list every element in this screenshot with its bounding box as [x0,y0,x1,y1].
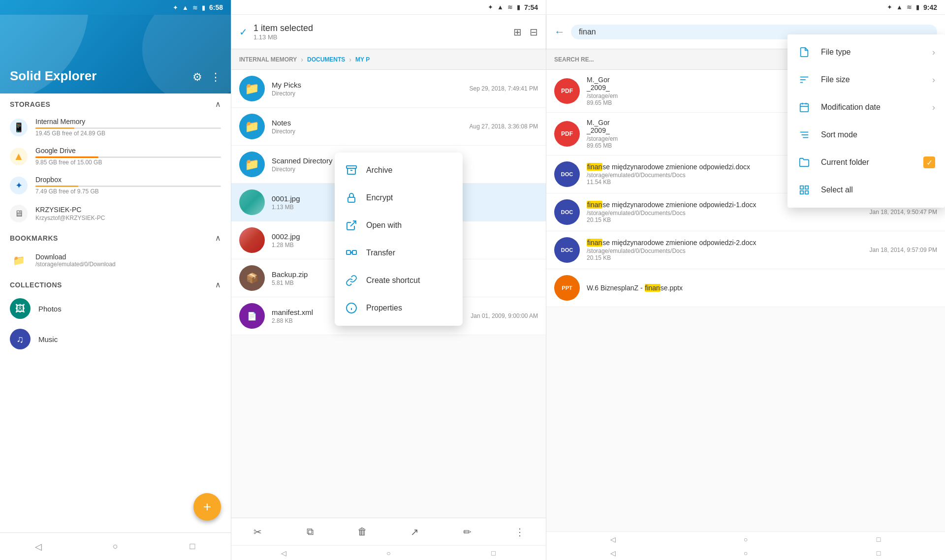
breadcrumb-sep-2: › [349,56,351,63]
filetype-icon [797,45,811,59]
bookmark-download[interactable]: 📁 Download /storage/emulated/0/Download [0,247,231,274]
shortcut-icon [345,274,358,287]
left-nav-recents[interactable]: □ [178,537,207,557]
dropdown-filesize[interactable]: File size › [788,66,945,93]
file-item-mypicks[interactable]: 📁 My Picks Directory Sep 29, 2018, 7:49:… [231,70,546,108]
file-toolbar: ✓ 1 item selected 1.13 MB ⊞ ⊟ [231,15,546,49]
sortmode-icon [797,128,811,142]
context-shortcut[interactable]: Create shortcut [335,267,463,294]
notes-date: Aug 27, 2018, 3:36:08 PM [470,123,538,130]
search-item-doc3[interactable]: DOC finanse międzynarodowe zmienione odp… [546,231,945,269]
sortmode-label: Sort mode [821,130,935,139]
mid-nav-home[interactable]: ○ [374,543,404,560]
share-button[interactable]: ↗ [404,521,426,543]
breadcrumb-sep-1: › [301,56,303,63]
pc-info: KRZYSIEK-PC Krzysztof@KRZYSIEK-PC [35,206,221,221]
sidebar-header: Solid Explorer ⚙ ⋮ [0,15,231,93]
filesize-arrow: › [932,75,935,85]
storage-internal[interactable]: 📱 Internal Memory 19.45 GB free of 24.89… [0,113,231,142]
mid-home-icon: ○ [386,549,390,557]
svg-rect-0 [346,166,356,168]
search-item-ppt[interactable]: PPT W.6 BiznesplanZ - finanse.pptx [546,269,945,307]
doc1-highlight: finan [587,163,602,171]
filesize-icon [797,73,811,87]
breadcrumb-documents[interactable]: DOCUMENTS [307,56,345,63]
collections-chevron[interactable]: ∧ [215,280,221,289]
collections-section-header: Collections ∧ [0,274,231,293]
right-bottom-nav: ◁ ○ □ [546,546,945,560]
bookmarks-chevron[interactable]: ∧ [215,233,221,243]
selected-size: 1.13 MB [253,33,507,41]
copy-button[interactable]: ⧉ [299,521,321,543]
search-back-button[interactable]: ← [554,26,565,38]
left-nav-home[interactable]: ○ [100,537,130,557]
right-status-wifi-icon: ▲ [896,3,903,11]
left-nav-back[interactable]: ◁ [24,537,53,557]
storages-section-header: Storages ∧ [0,93,231,113]
dropdown-moddate[interactable]: Modification date › [788,93,945,121]
right-status-battery-icon: ▮ [916,3,919,11]
context-transfer[interactable]: Transfer [335,239,463,267]
left-nav-bar: ◁ ○ □ [0,532,231,560]
more-actions-button[interactable]: ⋮ [509,521,531,543]
recents-icon: □ [189,541,195,552]
svg-rect-11 [800,104,809,112]
doc3-path: /storage/emulated/0/Documents/Docs [587,248,863,254]
delete-button[interactable]: 🗑 [351,521,373,543]
ppt-highlight: finan [645,284,661,292]
dropbox-info: Dropbox 7.49 GB free of 9.75 GB [35,176,221,195]
search-input[interactable]: finan [579,28,596,36]
cut-button[interactable]: ✂ [247,521,268,543]
breadcrumb-myp[interactable]: MY P [355,56,370,63]
edit-button[interactable]: ✏ [456,521,478,543]
breadcrumb-bar: INTERNAL MEMORY › DOCUMENTS › MY P [231,49,546,70]
breadcrumb-root[interactable]: INTERNAL MEMORY [239,56,297,63]
right-bot-recents[interactable]: □ [864,543,893,560]
pc-name: KRZYSIEK-PC [35,206,221,214]
collection-photos[interactable]: 🖼 Photos [0,293,231,324]
backup-icon: 📦 [239,265,265,291]
img0002-thumb [239,227,265,253]
context-properties[interactable]: Properties [335,294,463,322]
currentfolder-label: Current folder [821,158,914,167]
sidebar-content: Storages ∧ 📱 Internal Memory 19.45 GB fr… [0,93,231,532]
dropdown-filetype[interactable]: File type › [788,38,945,66]
context-archive[interactable]: Archive [335,156,463,184]
right-bot-home[interactable]: ○ [731,543,760,560]
dropdown-currentfolder[interactable]: Current folder ✓ [788,149,945,176]
dropdown-selectall[interactable]: Select all [788,176,945,204]
doc3-size: 20.15 KB [587,254,863,261]
context-encrypt[interactable]: Encrypt [335,184,463,212]
storage-dropbox[interactable]: ✦ Dropbox 7.49 GB free of 9.75 GB [0,171,231,200]
right-time: 9:42 [923,3,937,11]
manifest-icon: 📄 [239,303,265,329]
music-label: Music [38,335,58,343]
status-wifi-icon: ▲ [182,4,189,11]
storage-gdrive[interactable]: ▲ Google Drive 9.85 GB free of 15.00 GB [0,142,231,171]
dropbox-bar [35,186,78,187]
mid-nav-recents[interactable]: □ [479,543,508,560]
mid-nav-back[interactable]: ◁ [269,543,299,560]
svg-rect-19 [805,186,808,189]
mypicks-info: My Picks Directory [272,81,463,97]
svg-rect-21 [805,191,808,194]
collection-music[interactable]: ♫ Music [0,324,231,354]
mid-status-battery-icon: ▮ [517,3,520,11]
storages-chevron[interactable]: ∧ [215,99,221,109]
dropdown-sortmode[interactable]: Sort mode [788,121,945,149]
mid-back-icon: ◁ [281,549,286,557]
doc2-thumb: DOC [554,199,580,225]
right-bot-back[interactable]: ◁ [598,543,628,560]
fab-button[interactable]: + [193,493,221,521]
select-list-icon[interactable]: ⊟ [530,26,538,38]
bookmarks-section-header: Bookmarks ∧ [0,227,231,247]
storage-pc[interactable]: 🖥 KRZYSIEK-PC Krzysztof@KRZYSIEK-PC [0,200,231,227]
lock-icon [345,191,358,205]
file-item-notes[interactable]: 📁 Notes Directory Aug 27, 2018, 3:36:08 … [231,108,546,146]
pc-icon: 🖥 [10,205,28,222]
internal-detail: 19.45 GB free of 24.89 GB [35,130,221,137]
select-grid-icon[interactable]: ⊞ [513,26,522,38]
context-openwith[interactable]: Open with [335,212,463,239]
gdrive-bar-wrap [35,156,221,158]
music-icon: ♫ [10,329,31,349]
